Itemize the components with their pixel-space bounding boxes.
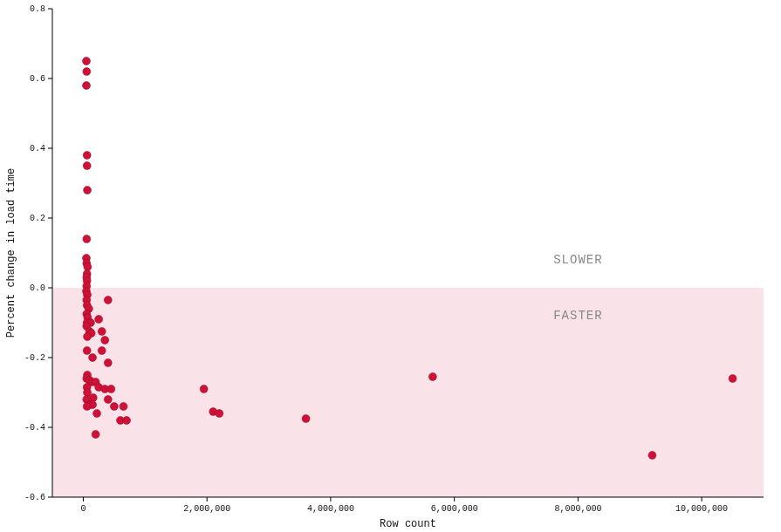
data-point (84, 263, 92, 271)
data-point (104, 359, 112, 367)
x-tick-label: 4,000,000 (307, 504, 354, 514)
data-point (83, 162, 91, 170)
data-point (120, 403, 127, 411)
data-point (83, 68, 91, 76)
y-tick-label: 0.8 (30, 4, 45, 14)
x-tick-label: 8,000,000 (554, 504, 601, 514)
data-point (93, 410, 101, 418)
x-tick-label: 6,000,000 (431, 504, 478, 514)
x-tick-label: 10,000,000 (675, 504, 728, 514)
annotation-faster: FASTER (553, 309, 602, 323)
y-axis-label: Percent change in load time (5, 168, 17, 338)
data-point (84, 333, 92, 341)
data-point (83, 403, 91, 411)
data-point (428, 373, 436, 381)
data-point (95, 316, 103, 324)
data-point (302, 415, 310, 423)
data-point (216, 410, 223, 418)
x-tick-label: 0 (80, 504, 86, 514)
data-point (648, 452, 656, 460)
data-point (101, 337, 109, 344)
x-axis-label: Row count (380, 518, 436, 530)
data-point (98, 347, 106, 355)
data-point (92, 431, 99, 439)
y-tick-label: -0.6 (24, 493, 45, 502)
y-tick-label: 0.0 (30, 283, 45, 293)
data-point (83, 235, 91, 243)
data-point (110, 403, 118, 411)
x-tick-label: 2,000,000 (183, 504, 230, 514)
data-point (82, 82, 90, 90)
data-point (83, 347, 91, 355)
chart-svg: 02,000,0004,000,0006,000,0008,000,00010,… (0, 0, 781, 532)
faster-region-shade (52, 288, 764, 497)
data-point (107, 385, 115, 393)
data-point (200, 385, 208, 393)
y-tick-label: 0.2 (30, 214, 45, 223)
data-point (83, 152, 91, 160)
scatter-chart: 02,000,0004,000,0006,000,0008,000,00010,… (0, 0, 781, 532)
y-tick-label: 0.6 (30, 74, 45, 84)
y-tick-label: -0.2 (24, 353, 45, 363)
data-point (98, 328, 106, 336)
y-tick-label: 0.4 (30, 144, 45, 153)
data-point (104, 297, 112, 304)
data-point (123, 417, 131, 425)
y-tick-label: -0.4 (24, 423, 45, 433)
data-point (729, 375, 736, 383)
data-point (84, 187, 92, 194)
data-point (82, 58, 90, 65)
annotation-slower: SLOWER (553, 253, 602, 267)
data-point (89, 354, 97, 362)
data-point (104, 396, 112, 404)
